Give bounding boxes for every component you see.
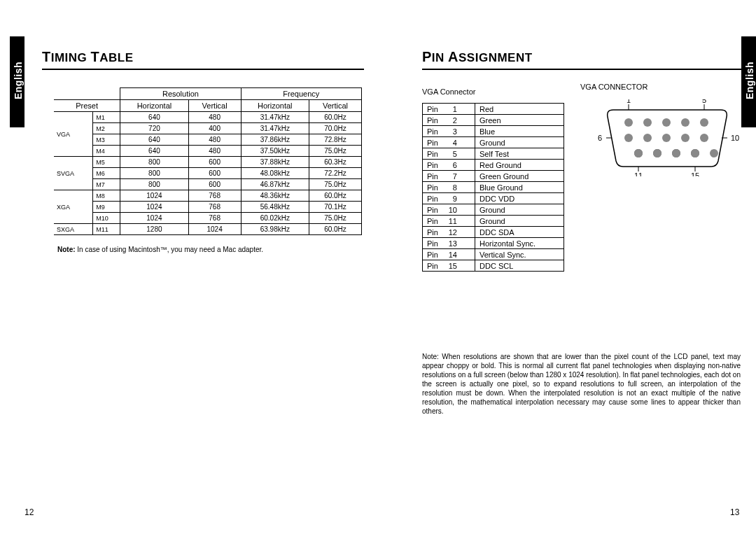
pin-desc: Blue xyxy=(475,126,564,137)
timing-cell: 800 xyxy=(120,179,188,190)
timing-cell: 768 xyxy=(188,202,241,213)
mode-cell: VGA xyxy=(54,112,93,157)
vga-connector-diagram: 1 5 6 10 11 15 xyxy=(594,99,741,179)
svg-point-7 xyxy=(662,134,671,142)
timing-cell: 1280 xyxy=(120,224,188,235)
timing-cell: 640 xyxy=(120,146,188,157)
pin-table: Pin 1RedPin 2GreenPin 3BluePin 4GroundPi… xyxy=(422,103,564,272)
connector-diagram-label: VGA CONNECTOR xyxy=(580,83,648,91)
col-resolution: Resolution xyxy=(120,88,241,100)
svg-point-22 xyxy=(691,149,699,157)
pin-desc: DDC SCL xyxy=(475,260,564,272)
timing-cell: 56.48kHz xyxy=(241,202,309,213)
pin-desc: Blue Ground xyxy=(475,182,564,193)
svg-text:5: 5 xyxy=(702,99,706,104)
timing-cell: 480 xyxy=(188,146,241,157)
timing-cell: 75.0Hz xyxy=(309,213,361,224)
svg-text:6: 6 xyxy=(598,134,602,142)
pin-desc: Vertical Sync. xyxy=(475,249,564,260)
svg-point-5 xyxy=(624,134,633,142)
timing-cell: 46.87kHz xyxy=(241,179,309,190)
svg-point-0 xyxy=(624,118,633,127)
language-tab-left-text: English xyxy=(13,59,24,101)
timing-cell: 480 xyxy=(188,112,241,123)
pin-number: Pin 13 xyxy=(423,238,475,249)
pin-number: Pin 9 xyxy=(423,193,475,204)
timing-cell: 37.86kHz xyxy=(241,134,309,146)
pin-number: Pin 8 xyxy=(423,182,475,193)
col-horizontal2: Horizontal xyxy=(241,100,309,112)
timing-cell: 75.0Hz xyxy=(309,179,361,190)
timing-cell: 768 xyxy=(188,213,241,224)
timing-cell: M7 xyxy=(93,179,120,190)
pin-desc: Self Test xyxy=(475,148,564,160)
timing-cell: 800 xyxy=(120,168,188,179)
svg-point-23 xyxy=(710,149,718,157)
svg-text:15: 15 xyxy=(691,171,699,176)
col-vertical: Vertical xyxy=(188,100,241,112)
timing-cell: M1 xyxy=(93,112,120,123)
mode-cell: SXGA xyxy=(54,224,93,235)
timing-cell: M4 xyxy=(93,146,120,157)
divider xyxy=(422,69,744,70)
timing-cell: 70.0Hz xyxy=(309,123,361,134)
col-vertical2: Vertical xyxy=(309,100,361,112)
pin-number: Pin 10 xyxy=(423,204,475,216)
pin-number: Pin 1 xyxy=(423,104,475,115)
timing-cell: 60.02kHz xyxy=(241,213,309,224)
svg-point-3 xyxy=(681,118,690,127)
svg-point-1 xyxy=(643,118,652,127)
svg-point-8 xyxy=(681,134,690,142)
pin-desc: Red xyxy=(475,104,564,115)
timing-cell: 600 xyxy=(188,179,241,190)
pin-number: Pin 15 xyxy=(423,260,475,272)
pin-number: Pin 4 xyxy=(423,137,475,148)
resolution-note: Note: When resolutions are shown that ar… xyxy=(422,352,741,416)
timing-cell: 37.88kHz xyxy=(241,157,309,168)
timing-cell: 70.1Hz xyxy=(309,202,361,213)
pin-desc: Red Ground xyxy=(475,160,564,171)
svg-point-2 xyxy=(662,118,671,127)
timing-cell: 31.47kHz xyxy=(241,112,309,123)
timing-cell: M9 xyxy=(93,202,120,213)
svg-point-4 xyxy=(700,118,708,127)
svg-point-19 xyxy=(634,149,643,157)
timing-cell: 72.8Hz xyxy=(309,134,361,146)
timing-cell: 1024 xyxy=(120,213,188,224)
timing-cell: 1024 xyxy=(120,202,188,213)
mode-cell: SVGA xyxy=(54,157,93,190)
timing-cell: 800 xyxy=(120,157,188,168)
timing-cell: 48.36kHz xyxy=(241,190,309,202)
timing-cell: 60.0Hz xyxy=(309,112,361,123)
pin-number: Pin 7 xyxy=(423,171,475,182)
svg-point-20 xyxy=(653,149,662,157)
pin-desc: Green xyxy=(475,115,564,126)
svg-text:1: 1 xyxy=(626,99,631,104)
col-frequency: Frequency xyxy=(241,88,361,100)
pin-desc: Ground xyxy=(475,216,564,227)
page-number-right: 13 xyxy=(730,507,739,517)
timing-cell: 60.3Hz xyxy=(309,157,361,168)
pin-number: Pin 14 xyxy=(423,249,475,260)
pin-number: Pin 2 xyxy=(423,115,475,126)
pin-desc: DDC SDA xyxy=(475,227,564,238)
right-page: PIN ASSIGNMENT VGA Connector Pin 1RedPin… xyxy=(422,49,744,272)
svg-point-9 xyxy=(700,134,708,142)
timing-cell: M10 xyxy=(93,213,120,224)
pin-number: Pin 5 xyxy=(423,148,475,160)
timing-cell: M8 xyxy=(93,190,120,202)
svg-point-21 xyxy=(672,149,680,157)
timing-note: Note: In case of using Macintosh™, you m… xyxy=(57,246,364,253)
timing-cell: M11 xyxy=(93,224,120,235)
language-tab-left: English xyxy=(10,36,24,127)
pin-number: Pin 12 xyxy=(423,227,475,238)
timing-cell: 63.98kHz xyxy=(241,224,309,235)
timing-cell: 400 xyxy=(188,123,241,134)
pin-desc: Ground xyxy=(475,137,564,148)
pin-desc: Ground xyxy=(475,204,564,216)
pin-number: Pin 6 xyxy=(423,160,475,171)
svg-text:11: 11 xyxy=(634,171,643,176)
timing-table: Resolution Frequency Preset Horizontal V… xyxy=(54,87,362,235)
divider xyxy=(42,69,364,70)
timing-cell: 600 xyxy=(188,168,241,179)
